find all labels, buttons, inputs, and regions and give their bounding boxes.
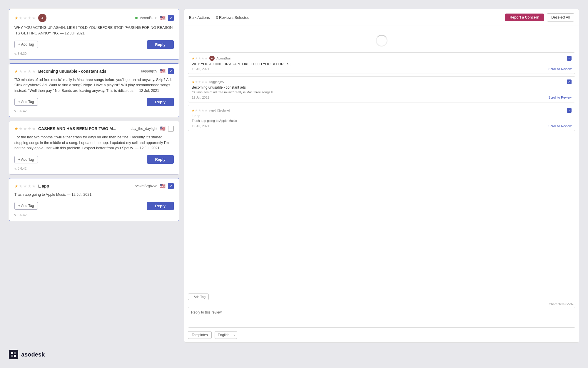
add-tag-button[interactable]: + Add Tag [14,98,38,106]
star-4: ★ [28,69,31,74]
star-4: ★ [28,184,31,188]
svg-rect-1 [14,352,16,354]
star-3: ★ [23,69,27,74]
scroll-to-review-link[interactable]: Scroll to Review [548,124,572,128]
mini-date: 12 Jul, 2021 [192,96,209,99]
mini-review-card: ★ ★ ★ ★ ★ A AcornBrain ✓ WHY YOU ACTING … [188,52,575,74]
username-label: AcornBrain [140,16,157,20]
logo-icon [9,350,18,359]
review-title: Becoming unusable - constant ads [38,69,106,74]
svg-rect-3 [14,355,16,357]
star-5: ★ [32,69,36,74]
reply-footer: Templates English [188,331,575,339]
report-concern-button[interactable]: Report a Concern [505,14,544,21]
reply-button[interactable]: Reply [147,40,174,49]
star-5: ★ [32,126,36,131]
add-tag-mini-button[interactable]: + Add Tag [188,294,209,300]
version-label: v. 8.6.42 [14,109,174,113]
mini-select-checkbox[interactable]: ✓ [567,108,572,113]
loading-spinner-area [184,26,579,52]
star-4: ★ [28,126,31,131]
select-checkbox[interactable] [168,126,174,132]
add-tag-button[interactable]: + Add Tag [14,156,38,163]
username-label: day_the_daylight [131,127,157,131]
mini-review-title: WHY YOU ACTING UP AGAIN. LIKE I TOLD YOU… [192,62,572,66]
reply-button[interactable]: Reply [147,155,174,164]
mini-avatar: A [209,56,215,61]
star-1: ★ [14,184,18,188]
scroll-to-review-link[interactable]: Scroll to Review [548,96,572,99]
username-label: raggehjitfv [141,69,157,73]
star-rating: ★ ★ ★ ★ ★ [14,69,36,74]
star-2: ★ [19,126,23,131]
star-4: ★ [28,16,31,20]
review-title: L app [38,184,49,188]
svg-rect-0 [11,352,13,354]
select-checkbox[interactable]: ✓ [168,15,174,21]
flag-icon: 🇺🇸 [160,68,166,74]
flag-icon: 🇺🇸 [160,15,166,21]
mini-username: AcornBrain [216,57,232,60]
star-3: ★ [23,184,27,188]
mini-username: rvnkhfSrgbvxd [209,109,230,112]
star-2: ★ [19,16,23,20]
select-checkbox[interactable]: ✓ [168,183,174,189]
username-label: rvnkhfSrgbvxd [135,184,157,188]
review-title: CASHES AND HAS BEEN FOR TWO M... [38,126,116,131]
reviews-list: ★ ★ ★ ★ ★ A AcornBrain 🇺🇸 ✓ WHY YOU ACTI… [9,9,179,343]
review-card: ★ ★ ★ ★ ★ Becoming unusable - constant a… [9,63,179,117]
star-1: ★ [14,16,18,20]
right-panel-header: Bulk Actions — 3 Reviews Selected Report… [184,9,579,26]
selected-reviews-list: ★ ★ ★ ★ ★ A AcornBrain ✓ WHY YOU ACTING … [184,52,579,136]
scroll-to-review-link[interactable]: Scroll to Review [548,67,572,71]
mini-star-rating: ★ ★ ★ ★ ★ [192,80,208,84]
mini-date: 12 Jul, 2021 [192,124,209,128]
language-selector-wrapper: English [215,331,237,339]
mini-select-checkbox[interactable]: ✓ [567,79,572,84]
star-2: ★ [19,184,23,188]
bulk-actions-label: Bulk Actions — 3 Reviews Selected [189,15,249,20]
review-body: For the last two months it will either c… [14,135,174,151]
review-card: ★ ★ ★ ★ ★ A AcornBrain 🇺🇸 ✓ WHY YOU ACTI… [9,9,179,60]
star-5: ★ [32,184,36,188]
star-rating: ★ ★ ★ ★ ★ [14,126,36,131]
version-label: v. 8.6.42 [14,213,174,217]
reply-area: + Add Tag Characters 0/5970 Templates En… [184,291,579,342]
version-label: v. 8.6.42 [14,167,174,170]
star-3: ★ [23,16,27,20]
reply-textarea[interactable] [188,307,575,328]
star-rating: ★ ★ ★ ★ ★ [14,16,36,20]
version-label: v. 8.6.30 [14,52,174,55]
brand-logo: asodesk [9,350,579,359]
review-card: ★ ★ ★ ★ ★ L app rvnkhfSrgbvxd 🇺🇸 ✓ Trash… [9,178,179,221]
reply-button[interactable]: Reply [147,202,174,210]
review-body: "30 minutes of ad free music" really is … [14,77,174,94]
mini-review-title: Becoming unusable - constant ads [192,85,572,89]
deselect-all-button[interactable]: Deselect All [547,13,574,21]
avatar: A [38,14,46,22]
header-actions: Report a Concern Deselect All [505,13,574,21]
flag-icon: 🇺🇸 [160,126,166,131]
star-3: ★ [23,126,27,131]
char-count-label: Characters 0/5970 [188,302,575,306]
mini-star-rating: ★ ★ ★ ★ ★ [192,57,208,60]
add-tag-button[interactable]: + Add Tag [14,202,38,210]
reply-button[interactable]: Reply [147,98,174,106]
mini-date: 12 Jul, 2021 [192,67,209,71]
language-select[interactable]: English [215,331,237,339]
star-1: ★ [14,69,18,74]
mini-username: raggehjitfv [209,80,224,84]
loading-spinner [376,35,387,47]
mini-review-title: L app [192,114,572,118]
mini-preview-text: Trash app going to Apple Music [192,119,572,122]
svg-rect-2 [11,355,13,357]
logo-text: asodesk [21,351,45,358]
review-body: WHY YOU ACTING UP AGAIN. LIKE I TOLD YOU… [14,25,174,36]
mini-select-checkbox[interactable]: ✓ [567,56,572,61]
logo-svg [11,352,16,357]
select-checkbox[interactable]: ✓ [168,68,174,74]
add-tag-button[interactable]: + Add Tag [14,41,38,48]
templates-button[interactable]: Templates [188,331,212,339]
mini-preview-text: "30 minutes of ad free music" really is … [192,90,572,94]
review-body: Trash app going to Apple Music — 12 Jul,… [14,192,174,198]
